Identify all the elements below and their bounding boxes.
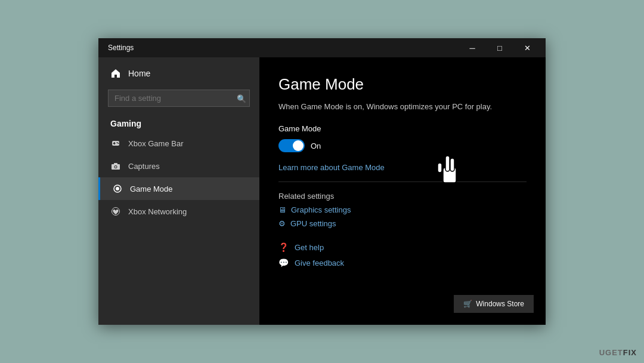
title-bar: Settings ─ □ ✕ [98, 38, 546, 57]
divider [278, 182, 527, 182]
gpu-settings-link[interactable]: ⚙ GPU settings [278, 219, 527, 228]
gpu-settings-icon: ⚙ [278, 219, 286, 228]
xbox-networking-label: Xbox Networking [128, 207, 187, 216]
svg-rect-2 [113, 143, 116, 144]
camera-icon [110, 161, 121, 171]
main-content: Game Mode When Game Mode is on, Windows … [259, 57, 546, 325]
get-help-label: Get help [295, 243, 324, 252]
give-feedback-label: Give feedback [295, 259, 344, 267]
window-title: Settings [108, 44, 134, 52]
get-help-icon: ❓ [278, 242, 289, 252]
windows-store-icon: 🛒 [463, 300, 472, 308]
gpu-settings-label: GPU settings [290, 219, 336, 228]
xbox-icon [110, 206, 121, 217]
related-settings-title: Related settings [278, 192, 527, 201]
content-area: Home 🔍 Gaming [98, 57, 546, 325]
graphics-settings-link[interactable]: 🖥 Graphics settings [278, 205, 527, 214]
give-feedback-icon: 💬 [278, 258, 289, 267]
page-title: Game Mode [278, 75, 527, 94]
svg-point-4 [118, 143, 119, 144]
minimize-button[interactable]: ─ [459, 38, 486, 57]
home-label: Home [128, 69, 150, 78]
windows-store-button[interactable]: 🛒 Windows Store [454, 295, 534, 313]
svg-point-7 [115, 166, 117, 168]
watermark: UGETFIX [599, 348, 637, 357]
captures-label: Captures [128, 162, 160, 171]
windows-store-label: Windows Store [476, 300, 524, 308]
give-feedback-item[interactable]: 💬 Give feedback [278, 258, 527, 267]
toggle-section-label: Game Mode [278, 124, 527, 133]
gamecontroller-icon [112, 183, 123, 194]
toggle-state-label: On [311, 141, 321, 150]
home-icon [110, 68, 121, 79]
graphics-settings-label: Graphics settings [291, 205, 351, 214]
sidebar-item-xbox-game-bar[interactable]: Xbox Game Bar [98, 132, 259, 155]
sidebar-item-home[interactable]: Home [98, 62, 259, 85]
gamepad-icon [110, 138, 121, 149]
graphics-settings-icon: 🖥 [278, 205, 286, 214]
game-mode-label: Game Mode [130, 184, 173, 193]
game-mode-toggle-row: On [278, 139, 527, 152]
search-button[interactable]: 🔍 [237, 94, 246, 103]
game-mode-toggle[interactable] [278, 139, 305, 152]
sidebar-item-xbox-networking[interactable]: Xbox Networking [98, 200, 259, 223]
toggle-knob [293, 140, 304, 151]
learn-more-link[interactable]: Learn more about Game Mode [278, 163, 527, 172]
get-help-item[interactable]: ❓ Get help [278, 242, 527, 252]
search-box: 🔍 [108, 90, 250, 107]
search-input[interactable] [108, 90, 250, 107]
sidebar-category: Gaming [98, 112, 259, 132]
help-section: ❓ Get help 💬 Give feedback [278, 242, 527, 267]
settings-window: Settings ─ □ ✕ Home 🔍 [98, 38, 546, 325]
sidebar-item-game-mode[interactable]: Game Mode [98, 177, 259, 200]
window-controls: ─ □ ✕ [459, 38, 541, 57]
xbox-game-bar-label: Xbox Game Bar [128, 139, 184, 148]
description: When Game Mode is on, Windows optimizes … [278, 102, 527, 111]
close-button[interactable]: ✕ [513, 38, 541, 57]
sidebar-item-captures[interactable]: Captures [98, 155, 259, 177]
maximize-button[interactable]: □ [486, 38, 513, 57]
svg-point-3 [117, 142, 118, 143]
svg-point-9 [116, 187, 119, 190]
sidebar: Home 🔍 Gaming [98, 57, 259, 325]
